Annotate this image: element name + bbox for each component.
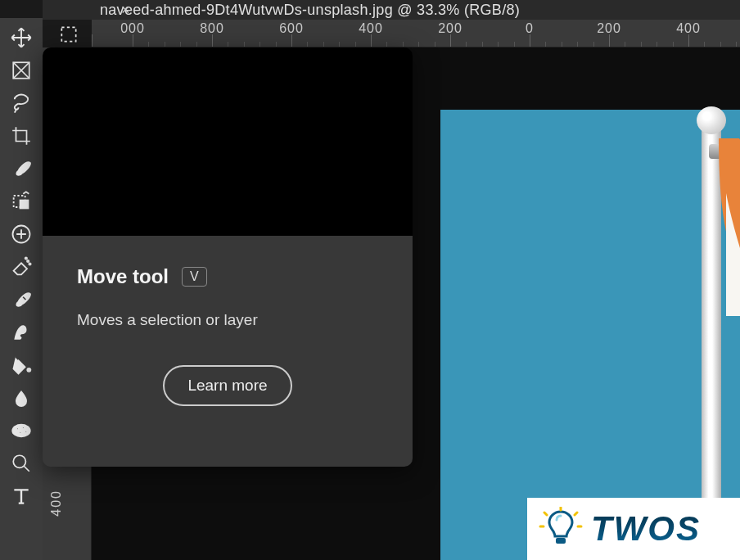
tool-help-title: Move tool	[77, 265, 169, 288]
document-tab-title[interactable]: naveed-ahmed-9Dt4WutvwDs-unsplash.jpg @ …	[100, 2, 520, 19]
ruler-tick-label: 0	[526, 21, 534, 36]
ruler-tick-label: 200	[597, 21, 621, 36]
smudge-tool[interactable]	[3, 316, 39, 349]
svg-point-8	[26, 368, 31, 373]
twos-logo-text: TWOS	[591, 509, 701, 549]
ruler-tick-label: 400	[359, 21, 383, 36]
svg-point-14	[13, 455, 25, 467]
learn-more-button[interactable]: Learn more	[163, 365, 291, 406]
ruler-tick: 200	[450, 20, 530, 47]
crop-tool[interactable]	[3, 120, 39, 152]
flag-white-panel	[726, 193, 740, 316]
tool-help-shortcut: V	[182, 267, 207, 287]
tool-palette	[0, 18, 43, 560]
svg-rect-15	[556, 538, 566, 544]
clone-stamp-tool[interactable]	[3, 185, 39, 218]
document-image	[440, 110, 740, 560]
lasso-tool[interactable]	[3, 87, 39, 120]
tool-help-preview	[43, 47, 413, 236]
tool-help-popover: Move tool V Moves a selection or layer L…	[43, 47, 413, 467]
twos-watermark: TWOS	[527, 498, 740, 560]
ruler-horizontal: 0008006004002000200400600800100012001400	[92, 20, 740, 47]
svg-point-7	[25, 257, 27, 259]
sponge-tool[interactable]	[3, 414, 39, 447]
frame-tool[interactable]	[3, 54, 39, 87]
tab-close-icon[interactable]: ×	[121, 2, 130, 19]
svg-point-9	[11, 424, 30, 437]
svg-point-6	[29, 263, 30, 264]
move-tool[interactable]	[3, 21, 39, 54]
flagpole-finial	[697, 106, 726, 134]
svg-point-12	[19, 431, 21, 434]
ruler-v-label: 400	[49, 490, 64, 517]
eraser-tool[interactable]	[3, 251, 39, 283]
ruler-tick-label: 200	[438, 21, 463, 36]
spot-healing-brush-tool[interactable]	[3, 218, 39, 251]
brush-tool[interactable]	[3, 152, 39, 185]
svg-point-11	[22, 427, 25, 429]
svg-point-13	[25, 431, 27, 433]
ruler-tick: 400	[688, 20, 740, 47]
artboard-tool[interactable]	[47, 18, 90, 51]
svg-rect-3	[20, 200, 29, 210]
type-tool[interactable]	[3, 480, 39, 513]
ruler-tick-label: 000	[120, 21, 145, 36]
document-tab-bar: × naveed-ahmed-9Dt4WutvwDs-unsplash.jpg …	[43, 0, 740, 20]
history-brush-tool[interactable]	[3, 283, 39, 316]
lightbulb-icon	[539, 507, 583, 551]
ruler-tick-label: 600	[279, 21, 304, 36]
svg-point-5	[27, 260, 29, 262]
zoom-tool[interactable]	[3, 447, 39, 480]
blur-tool[interactable]	[3, 382, 39, 414]
ruler-tick-label: 400	[676, 21, 701, 36]
tool-help-body: Move tool V Moves a selection or layer L…	[43, 236, 413, 467]
tool-help-description: Moves a selection or layer	[77, 311, 378, 329]
paint-bucket-tool[interactable]	[3, 349, 39, 382]
svg-point-10	[16, 427, 19, 430]
svg-rect-0	[61, 27, 75, 41]
ruler-tick-label: 800	[200, 21, 224, 36]
